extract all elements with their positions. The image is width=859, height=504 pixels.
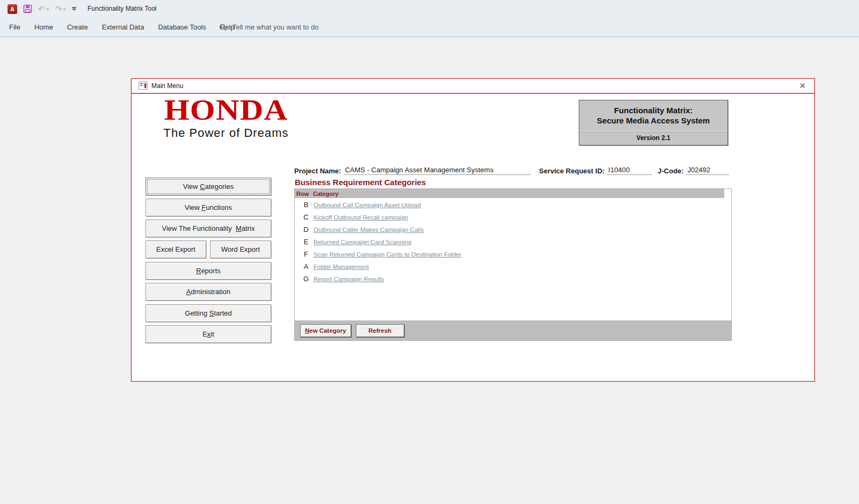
search-icon: [219, 24, 227, 31]
row-letter: D: [300, 225, 312, 233]
close-icon[interactable]: ✕: [799, 81, 806, 91]
categories-heading: Business Requirement Categories: [295, 178, 426, 187]
ribbon-tab-database-tools[interactable]: Database Tools: [151, 18, 213, 36]
category-row: D Outbound Caller Makes Campaign Calls: [295, 223, 731, 236]
category-link[interactable]: Returned Campaign Card Scanning: [314, 239, 411, 245]
tell-me-search: [219, 18, 362, 36]
column-header-category: Category: [313, 191, 339, 197]
category-link[interactable]: Report Campaign Results: [314, 276, 384, 282]
service-request-id-value: I10400: [607, 166, 652, 175]
jcode-field: J-Code: J02492: [658, 164, 729, 175]
category-link[interactable]: Kickoff Outbound Recall campaign: [314, 214, 408, 221]
customize-qat-icon: [72, 7, 76, 8]
app-title: Functionality Matrix Tool: [88, 5, 157, 12]
view-functionality-matrix-button[interactable]: View The Functionality Matrix: [145, 220, 271, 237]
category-row: C Kickoff Outbound Recall campaign: [295, 211, 731, 223]
info-box-line2: Secure Media Access System: [579, 116, 727, 126]
getting-started-button[interactable]: Getting Started: [145, 304, 271, 322]
honda-tagline: The Power of Dreams: [141, 126, 311, 140]
refresh-button[interactable]: Refresh: [356, 324, 404, 337]
jcode-label: J-Code:: [658, 167, 686, 175]
ribbon-tab-file[interactable]: File: [2, 18, 27, 36]
view-functions-button[interactable]: View Functions: [145, 199, 271, 216]
redo-dropdown-icon: [63, 9, 66, 11]
screen: A ↶ ↷ Functionality Matrix Tool Fil: [0, 0, 859, 504]
info-box-line1: Functionality Matrix:: [579, 106, 727, 116]
project-name-value: CAMS - Campaign Asset Management Systems: [344, 166, 531, 175]
row-letter: C: [300, 213, 312, 221]
system-info-box: Functionality Matrix: Secure Media Acces…: [579, 100, 728, 145]
reports-button[interactable]: Reports: [145, 262, 271, 280]
categories-list-box: Row Category B Outbound Call Campaign As…: [294, 188, 732, 341]
categories-footer-bar: New Category Refresh: [295, 320, 731, 340]
category-row: F Scan Returned Campaign Cards to Destin…: [295, 248, 731, 260]
jcode-value: J02492: [686, 166, 729, 175]
undo-dropdown-icon: [46, 9, 49, 11]
honda-logo: HONDA: [131, 96, 321, 125]
excel-export-button[interactable]: Excel Export: [145, 240, 206, 258]
project-header-row: Project Name: CAMS - Campaign Asset Mana…: [294, 164, 732, 175]
redo-button[interactable]: ↷: [55, 5, 67, 13]
categories-rows: B Outbound Call Campaign Asset Upload C …: [295, 199, 731, 285]
app-title-bar: A ↶ ↷ Functionality Matrix Tool: [0, 0, 859, 18]
project-name-field: Project Name: CAMS - Campaign Asset Mana…: [294, 164, 531, 175]
service-request-id-label: Service Request ID:: [539, 167, 607, 175]
quick-access-toolbar: A ↶ ↷: [8, 0, 76, 18]
column-header-band: Row Category: [295, 189, 724, 198]
view-categories-button[interactable]: View Categories: [145, 178, 271, 195]
ribbon-tabs: File Home Create External Data Database …: [2, 18, 242, 36]
project-name-label: Project Name:: [294, 167, 344, 175]
column-header-row: Row: [295, 191, 313, 197]
branding-block: HONDA The Power of Dreams: [141, 96, 311, 140]
access-app-icon[interactable]: A: [8, 4, 17, 14]
exit-button[interactable]: Exit: [145, 325, 271, 343]
category-link[interactable]: Outbound Call Campaign Asset Upload: [314, 202, 421, 208]
window-title: Main Menu: [151, 82, 183, 90]
category-link[interactable]: Outbound Caller Makes Campaign Calls: [314, 227, 424, 233]
word-export-button[interactable]: Word Export: [210, 240, 271, 258]
undo-button[interactable]: ↶: [38, 5, 49, 13]
row-letter: A: [300, 262, 312, 271]
ribbon-tab-create[interactable]: Create: [60, 18, 95, 36]
window-title-bar: Main Menu ✕: [132, 79, 814, 94]
row-letter: G: [300, 275, 312, 283]
undo-icon: ↶: [38, 5, 45, 13]
redo-icon: ↷: [55, 5, 62, 13]
category-link[interactable]: Folder Management: [314, 264, 369, 270]
info-box-title: Functionality Matrix: Secure Media Acces…: [579, 100, 727, 132]
row-letter: E: [300, 238, 312, 246]
service-request-id-field: Service Request ID: I10400: [539, 164, 652, 175]
row-letter: B: [300, 201, 312, 209]
ribbon-tab-external-data[interactable]: External Data: [95, 18, 151, 36]
main-menu-window: Main Menu ✕ HONDA The Power of Dreams Fu…: [131, 78, 815, 382]
version-label: Version 2.1: [579, 132, 727, 144]
row-letter: F: [300, 250, 312, 258]
form-icon: [139, 82, 148, 90]
new-category-button[interactable]: New Category: [300, 324, 351, 337]
tell-me-input[interactable]: [231, 23, 362, 32]
administration-button[interactable]: Administration: [145, 283, 271, 301]
category-row: G Report Campaign Results: [295, 273, 731, 285]
save-icon[interactable]: [23, 4, 32, 13]
category-row: B Outbound Call Campaign Asset Upload: [295, 199, 731, 211]
category-link[interactable]: Scan Returned Campaign Cards to Destinat…: [314, 251, 462, 258]
categories-panel: Business Requirement Categories Row Cate…: [294, 177, 732, 341]
category-row: A Folder Management: [295, 260, 731, 273]
customize-qat-button[interactable]: [72, 7, 76, 11]
category-row: E Returned Campaign Card Scanning: [295, 236, 731, 248]
ribbon-tab-row: File Home Create External Data Database …: [0, 18, 859, 37]
ribbon-tab-home[interactable]: Home: [27, 18, 60, 36]
